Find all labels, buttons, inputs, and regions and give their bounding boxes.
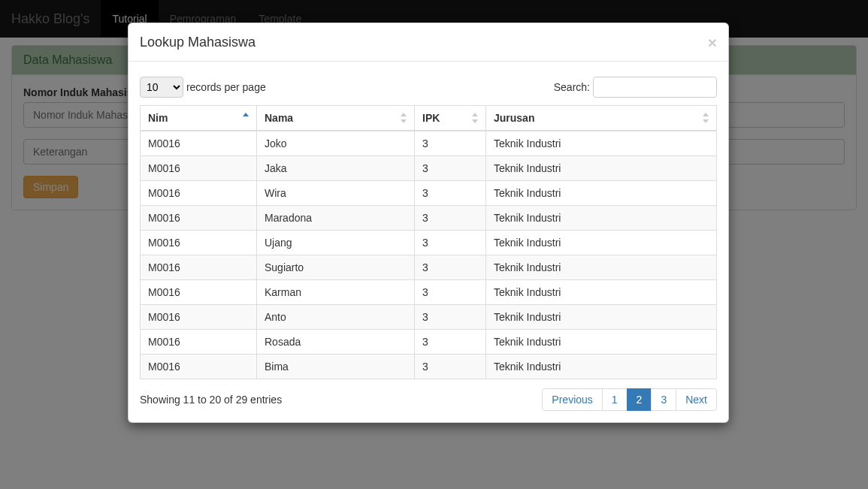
table-row[interactable]: M0016Joko3Teknik Industri — [141, 131, 717, 156]
cell-nama: Maradona — [257, 206, 415, 231]
cell-nama: Wira — [257, 181, 415, 206]
pagination-page-2[interactable]: 2 — [627, 388, 652, 411]
th-ipk[interactable]: IPK — [415, 106, 486, 131]
cell-nama: Anto — [257, 305, 415, 330]
cell-jurusan: Teknik Industri — [486, 280, 717, 305]
cell-jurusan: Teknik Industri — [486, 330, 717, 355]
cell-ipk: 3 — [415, 181, 486, 206]
cell-nama: Karman — [257, 280, 415, 305]
records-per-page: 10 records per page — [140, 77, 266, 98]
cell-jurusan: Teknik Industri — [486, 355, 717, 379]
cell-ipk: 3 — [415, 355, 486, 379]
cell-jurusan: Teknik Industri — [486, 131, 717, 156]
records-per-page-select[interactable]: 10 — [140, 77, 183, 98]
cell-ipk: 3 — [415, 305, 486, 330]
sort-icon — [401, 113, 408, 123]
cell-ipk: 3 — [415, 330, 486, 355]
table-row[interactable]: M0016Karman3Teknik Industri — [141, 280, 717, 305]
cell-jurusan: Teknik Industri — [486, 181, 717, 206]
cell-nama: Bima — [257, 355, 415, 379]
close-icon[interactable]: × — [708, 35, 717, 50]
lookup-mahasiswa-modal: Lookup Mahasiswa × 10 records per page S… — [128, 23, 729, 423]
cell-ipk: 3 — [415, 231, 486, 255]
cell-nim: M0016 — [141, 231, 257, 255]
cell-nim: M0016 — [141, 330, 257, 355]
sort-icon — [703, 113, 710, 123]
cell-jurusan: Teknik Industri — [486, 231, 717, 255]
cell-nim: M0016 — [141, 305, 257, 330]
th-nim[interactable]: Nim — [141, 106, 257, 131]
table-row[interactable]: M0016Rosada3Teknik Industri — [141, 330, 717, 355]
search-label: Search: — [554, 81, 590, 93]
cell-nim: M0016 — [141, 280, 257, 305]
cell-jurusan: Teknik Industri — [486, 156, 717, 181]
cell-nim: M0016 — [141, 131, 257, 156]
sort-icon — [472, 113, 479, 123]
datatable-top: 10 records per page Search: — [140, 77, 717, 98]
search-group: Search: — [554, 77, 717, 98]
sort-asc-icon — [243, 113, 250, 123]
table-row[interactable]: M0016Wira3Teknik Industri — [141, 181, 717, 206]
cell-nim: M0016 — [141, 355, 257, 379]
pagination-page-3[interactable]: 3 — [651, 388, 676, 411]
modal-body: 10 records per page Search: Nim Nama IPK… — [129, 62, 728, 422]
table-row[interactable]: M0016Maradona3Teknik Industri — [141, 206, 717, 231]
table-row[interactable]: M0016Ujang3Teknik Industri — [141, 231, 717, 255]
cell-ipk: 3 — [415, 156, 486, 181]
cell-ipk: 3 — [415, 131, 486, 156]
mahasiswa-table: Nim Nama IPK Jurusan M0016Joko3Teknik In… — [140, 105, 717, 379]
cell-nama: Ujang — [257, 231, 415, 255]
cell-jurusan: Teknik Industri — [486, 206, 717, 231]
table-info: Showing 11 to 20 of 29 entries — [140, 394, 282, 406]
search-input[interactable] — [593, 77, 717, 98]
cell-nama: Joko — [257, 131, 415, 156]
pagination-page-1[interactable]: 1 — [602, 388, 628, 411]
cell-nama: Jaka — [257, 156, 415, 181]
th-nama[interactable]: Nama — [257, 106, 415, 131]
records-per-page-label: records per page — [186, 81, 266, 93]
cell-nim: M0016 — [141, 156, 257, 181]
pagination: Previous123Next — [542, 388, 717, 411]
datatable-bottom: Showing 11 to 20 of 29 entries Previous1… — [140, 388, 717, 411]
cell-nama: Sugiarto — [257, 255, 415, 280]
cell-nim: M0016 — [141, 206, 257, 231]
pagination-next[interactable]: Next — [676, 388, 717, 411]
cell-ipk: 3 — [415, 206, 486, 231]
cell-jurusan: Teknik Industri — [486, 305, 717, 330]
cell-nama: Rosada — [257, 330, 415, 355]
th-jurusan[interactable]: Jurusan — [486, 106, 717, 131]
cell-ipk: 3 — [415, 255, 486, 280]
cell-nim: M0016 — [141, 255, 257, 280]
cell-nim: M0016 — [141, 181, 257, 206]
cell-ipk: 3 — [415, 280, 486, 305]
table-row[interactable]: M0016Bima3Teknik Industri — [141, 355, 717, 379]
modal-title: Lookup Mahasiswa — [140, 35, 256, 50]
pagination-previous[interactable]: Previous — [542, 388, 602, 411]
table-row[interactable]: M0016Anto3Teknik Industri — [141, 305, 717, 330]
modal-header: Lookup Mahasiswa × — [129, 23, 728, 62]
table-row[interactable]: M0016Jaka3Teknik Industri — [141, 156, 717, 181]
table-row[interactable]: M0016Sugiarto3Teknik Industri — [141, 255, 717, 280]
table-body: M0016Joko3Teknik IndustriM0016Jaka3Tekni… — [141, 131, 717, 379]
cell-jurusan: Teknik Industri — [486, 255, 717, 280]
